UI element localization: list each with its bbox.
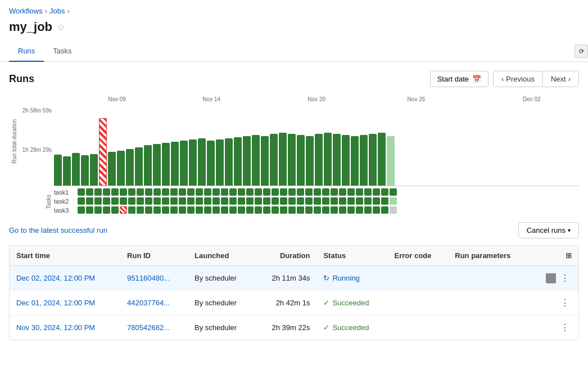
task-dot-task3-17[interactable] <box>221 206 228 214</box>
bar-13[interactable] <box>171 142 179 186</box>
bar-22[interactable] <box>252 135 260 186</box>
task-dot-task2-24[interactable] <box>280 197 287 205</box>
task-dot-task1-18[interactable] <box>229 188 237 196</box>
task-dot-task2-21[interactable] <box>255 197 262 205</box>
task-dot-task2-28[interactable] <box>314 197 321 205</box>
task-dot-task2-37[interactable] <box>390 197 397 205</box>
task-dot-task3-27[interactable] <box>305 206 313 214</box>
task-dot-task2-25[interactable] <box>288 197 296 205</box>
task-dot-task2-14[interactable] <box>196 197 203 205</box>
task-dot-task2-12[interactable] <box>179 197 186 205</box>
bar-4[interactable] <box>90 154 98 186</box>
task-dot-task1-28[interactable] <box>314 188 321 196</box>
task-dot-task3-16[interactable] <box>212 206 220 214</box>
task-dot-task2-6[interactable] <box>128 197 135 205</box>
task-dot-task1-37[interactable] <box>390 188 397 196</box>
task-dot-task1-6[interactable] <box>128 188 135 196</box>
task-dot-task1-35[interactable] <box>373 188 380 196</box>
task-dot-task1-19[interactable] <box>238 188 245 196</box>
start-date-button[interactable]: Start date 📅 <box>430 71 489 87</box>
bar-8[interactable] <box>126 149 134 186</box>
run-id-link-0[interactable]: 951160480... <box>127 274 170 282</box>
task-dot-task1-36[interactable] <box>381 188 388 196</box>
previous-button[interactable]: ‹ Previous <box>494 71 543 87</box>
task-dot-task3-7[interactable] <box>137 206 144 214</box>
task-dot-task2-18[interactable] <box>229 197 237 205</box>
task-dot-task3-15[interactable] <box>204 206 211 214</box>
task-dot-task2-15[interactable] <box>204 197 211 205</box>
bar-24[interactable] <box>270 134 278 186</box>
task-dot-task2-11[interactable] <box>170 197 178 205</box>
task-dot-task1-23[interactable] <box>272 188 279 196</box>
task-dot-task1-26[interactable] <box>297 188 304 196</box>
bar-14[interactable] <box>180 141 188 186</box>
task-dot-task2-7[interactable] <box>137 197 144 205</box>
breadcrumb-workflows[interactable]: Workflows <box>9 7 43 15</box>
bar-31[interactable] <box>333 134 341 186</box>
bar-7[interactable] <box>117 151 125 186</box>
task-dot-task2-20[interactable] <box>246 197 254 205</box>
task-dot-task1-16[interactable] <box>212 188 220 196</box>
task-dot-task2-30[interactable] <box>331 197 338 205</box>
task-dot-task1-4[interactable] <box>111 188 119 196</box>
task-dot-task3-10[interactable] <box>162 206 169 214</box>
task-dot-task1-31[interactable] <box>339 188 346 196</box>
bar-37[interactable] <box>387 136 395 186</box>
task-dot-task1-0[interactable] <box>78 188 85 196</box>
task-dot-task3-22[interactable] <box>263 206 270 214</box>
bar-2[interactable] <box>72 153 80 186</box>
task-dot-task3-34[interactable] <box>364 206 372 214</box>
task-dot-task2-35[interactable] <box>373 197 380 205</box>
task-dot-task2-19[interactable] <box>238 197 245 205</box>
task-dot-task1-2[interactable] <box>94 188 102 196</box>
task-dot-task3-11[interactable] <box>170 206 178 214</box>
task-dot-task2-33[interactable] <box>356 197 363 205</box>
task-dot-task3-1[interactable] <box>86 206 93 214</box>
task-dot-task3-20[interactable] <box>246 206 254 214</box>
more-actions-button-1[interactable]: ⋮ <box>558 296 572 309</box>
task-dot-task3-5[interactable] <box>120 206 127 214</box>
bar-15[interactable] <box>189 139 197 186</box>
task-dot-task3-14[interactable] <box>196 206 203 214</box>
cancel-runs-button[interactable]: Cancel runs ▾ <box>518 222 579 238</box>
task-dot-task3-36[interactable] <box>381 206 388 214</box>
bar-32[interactable] <box>342 135 350 186</box>
task-dot-task1-13[interactable] <box>187 188 195 196</box>
task-dot-task1-25[interactable] <box>288 188 296 196</box>
task-dot-task3-33[interactable] <box>356 206 363 214</box>
next-button[interactable]: Next › <box>543 71 578 87</box>
bar-19[interactable] <box>225 138 233 186</box>
run-id-link-2[interactable]: 780542682... <box>127 323 170 332</box>
task-dot-task3-0[interactable] <box>78 206 85 214</box>
task-dot-task3-18[interactable] <box>229 206 237 214</box>
task-dot-task1-29[interactable] <box>322 188 329 196</box>
manage-columns-icon[interactable]: ⊞ <box>566 251 572 260</box>
task-dot-task2-4[interactable] <box>111 197 119 205</box>
task-dot-task2-27[interactable] <box>305 197 313 205</box>
bar-16[interactable] <box>198 138 206 186</box>
task-dot-task1-12[interactable] <box>179 188 186 196</box>
task-dot-task1-20[interactable] <box>246 188 254 196</box>
task-dot-task3-2[interactable] <box>94 206 102 214</box>
go-latest-link[interactable]: Go to the latest successful run <box>9 226 107 234</box>
task-dot-task2-17[interactable] <box>221 197 228 205</box>
task-dot-task3-4[interactable] <box>111 206 119 214</box>
bar-27[interactable] <box>297 135 305 186</box>
task-dot-task1-8[interactable] <box>145 188 152 196</box>
task-dot-task3-8[interactable] <box>145 206 152 214</box>
task-dot-task2-3[interactable] <box>103 197 110 205</box>
star-icon[interactable]: ☆ <box>57 22 65 33</box>
task-dot-task1-22[interactable] <box>263 188 270 196</box>
bar-9[interactable] <box>135 147 143 186</box>
tab-tasks[interactable]: Tasks <box>44 41 80 62</box>
bar-6[interactable] <box>108 152 116 186</box>
task-dot-task1-11[interactable] <box>170 188 178 196</box>
task-dot-task2-26[interactable] <box>297 197 304 205</box>
task-dot-task1-32[interactable] <box>347 188 355 196</box>
bar-30[interactable] <box>324 133 332 186</box>
task-dot-task3-26[interactable] <box>297 206 304 214</box>
bar-3[interactable] <box>81 155 89 186</box>
task-dot-task1-1[interactable] <box>86 188 93 196</box>
start-time-link-1[interactable]: Dec 01, 2024, 12:00 PM <box>16 299 95 307</box>
task-dot-task3-32[interactable] <box>347 206 355 214</box>
